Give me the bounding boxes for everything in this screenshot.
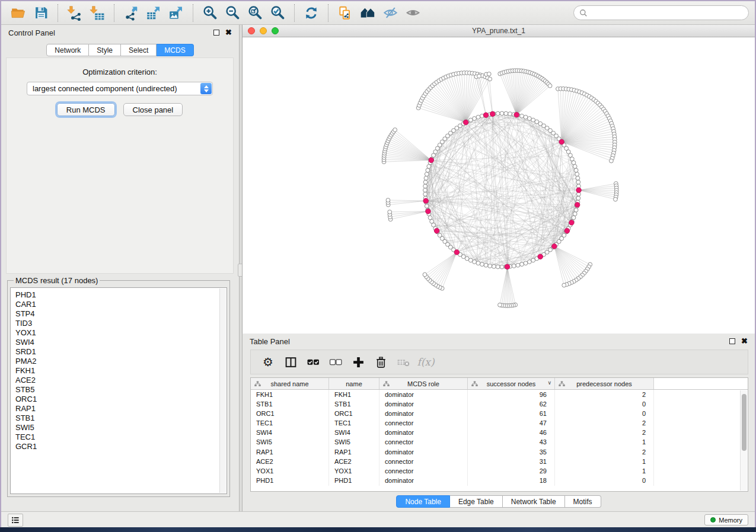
- duplicate-network-button[interactable]: [334, 3, 356, 23]
- table-settings-button[interactable]: ⚙: [257, 352, 279, 372]
- mcds-result-item[interactable]: STP4: [15, 309, 227, 319]
- column-header-successor-nodes[interactable]: successor nodes∨: [468, 378, 555, 389]
- mcds-result-item[interactable]: PMA2: [15, 357, 227, 366]
- mcds-result-item[interactable]: ACE2: [15, 376, 227, 385]
- right-region: YPA_prune.txt_1 Table Panel ✖: [242, 25, 755, 511]
- houses-button[interactable]: [356, 3, 379, 23]
- mcds-result-item[interactable]: ORC1: [15, 395, 227, 404]
- tab-mcds[interactable]: MCDS: [157, 44, 193, 56]
- trash-icon: [375, 356, 387, 368]
- delete-column-button[interactable]: [369, 352, 392, 372]
- tab-edge-table[interactable]: Edge Table: [450, 495, 503, 508]
- show-panels-button[interactable]: [8, 514, 23, 527]
- table-cell: 46: [468, 428, 555, 438]
- zoom-selected-button[interactable]: [266, 3, 289, 23]
- mcds-result-list[interactable]: PHD1CAR1STP4TID3YOX1SWI4SRD1PMA2FKH1ACE2…: [10, 287, 227, 494]
- toolbar-separator: [193, 4, 193, 22]
- table-row[interactable]: TEC1TEC1connector472: [251, 419, 748, 428]
- table-cell: 2: [555, 428, 654, 438]
- search-input[interactable]: [591, 9, 743, 17]
- table-cell: dominator: [379, 428, 468, 438]
- float-panel-icon[interactable]: [213, 30, 219, 36]
- table-cell: 1: [555, 467, 654, 476]
- mcds-result-item[interactable]: RAP1: [15, 404, 227, 414]
- refresh-button[interactable]: [300, 3, 323, 23]
- network-canvas[interactable]: [243, 37, 755, 334]
- table-row[interactable]: SWI4SWI4dominator462: [251, 428, 748, 438]
- table-row[interactable]: YOX1YOX1connector291: [251, 467, 748, 476]
- close-panel-button[interactable]: Close panel: [123, 103, 183, 116]
- add-column-button[interactable]: [347, 352, 369, 372]
- table-row[interactable]: SWI5SWI5connector431: [251, 438, 748, 447]
- column-header-mcds-role[interactable]: MCDS role: [379, 378, 468, 389]
- network-graph[interactable]: [243, 37, 755, 334]
- mcds-result-item[interactable]: SWI4: [15, 338, 227, 347]
- table-row[interactable]: PHD1PHD1dominator180: [251, 476, 748, 486]
- select-all-button[interactable]: [302, 352, 324, 372]
- open-file-button[interactable]: [7, 3, 30, 23]
- tab-network[interactable]: Network: [46, 44, 89, 56]
- mcds-result-item[interactable]: CAR1: [15, 300, 227, 309]
- hide-selected-button[interactable]: [379, 3, 401, 23]
- network-view-window: YPA_prune.txt_1: [242, 25, 755, 334]
- duplicate-network-icon: [337, 5, 353, 21]
- toolbar-separator: [328, 4, 328, 22]
- float-panel-icon[interactable]: [729, 338, 735, 344]
- mcds-result-item[interactable]: STB1: [15, 414, 227, 423]
- mcds-result-item[interactable]: PHD1: [15, 290, 227, 300]
- import-table-icon: [90, 5, 105, 21]
- zoom-fit-icon: [247, 5, 263, 21]
- mcds-result-item[interactable]: TEC1: [15, 432, 227, 442]
- memory-button[interactable]: Memory: [704, 514, 748, 525]
- column-header-shared-name[interactable]: shared name: [251, 378, 329, 389]
- close-panel-icon[interactable]: ✖: [225, 30, 232, 36]
- import-table-button[interactable]: [86, 3, 109, 23]
- application-window: Control Panel ✖ NetworkStyleSelectMCDS O…: [1, 1, 755, 528]
- function-icon: f(x): [417, 356, 434, 368]
- tab-node-table[interactable]: Node Table: [396, 495, 450, 508]
- table-row[interactable]: STB1STB1dominator620: [251, 399, 748, 409]
- save-button[interactable]: [30, 3, 52, 23]
- zoom-in-button[interactable]: [199, 3, 221, 23]
- table-scrollbar[interactable]: [740, 390, 747, 491]
- tab-motifs[interactable]: Motifs: [565, 495, 601, 508]
- tab-style[interactable]: Style: [89, 44, 121, 56]
- deselect-all-button[interactable]: [324, 352, 347, 372]
- table-scrollbar-thumb[interactable]: [742, 394, 747, 451]
- search-field[interactable]: [573, 5, 749, 20]
- export-table-button[interactable]: [142, 3, 165, 23]
- close-panel-icon[interactable]: ✖: [741, 338, 748, 344]
- mcds-result-item[interactable]: SWI5: [15, 423, 227, 432]
- column-header-predecessor-nodes[interactable]: predecessor nodes: [555, 378, 654, 389]
- mcds-result-item[interactable]: FKH1: [15, 366, 227, 376]
- export-network-button[interactable]: [120, 3, 142, 23]
- import-network-icon: [67, 5, 82, 21]
- table-row[interactable]: RAP1RAP1dominator352: [251, 447, 748, 457]
- eye-icon: [405, 5, 421, 21]
- table-row[interactable]: ORC1ORC1dominator610: [251, 409, 748, 418]
- mcds-result-item[interactable]: YOX1: [15, 328, 227, 338]
- mcds-list-scrollbar[interactable]: [219, 289, 226, 493]
- show-all-button: [401, 3, 424, 23]
- zoom-out-button[interactable]: [221, 3, 244, 23]
- column-header-name[interactable]: name: [329, 378, 379, 389]
- mcds-result-item[interactable]: STB5: [15, 385, 227, 395]
- table-row[interactable]: ACE2ACE2connector311: [251, 457, 748, 466]
- split-columns-button[interactable]: [279, 352, 302, 372]
- zoom-out-icon: [225, 5, 241, 21]
- table-cell: YOX1: [329, 467, 379, 476]
- network-window-titlebar[interactable]: YPA_prune.txt_1: [243, 25, 755, 37]
- tab-select[interactable]: Select: [121, 44, 157, 56]
- mcds-result-item[interactable]: GCR1: [15, 442, 227, 451]
- table-cell: 18: [468, 476, 555, 486]
- export-image-button[interactable]: [165, 3, 187, 23]
- tab-network-table[interactable]: Network Table: [503, 495, 565, 508]
- mcds-result-item[interactable]: SRD1: [15, 347, 227, 357]
- zoom-fit-button[interactable]: [244, 3, 266, 23]
- criterion-dropdown[interactable]: largest connected component (undirected): [27, 82, 213, 95]
- run-mcds-button[interactable]: Run MCDS: [57, 103, 115, 116]
- mcds-result-group: MCDS result (17 nodes) PHD1CAR1STP4TID3Y…: [7, 276, 230, 497]
- table-row[interactable]: FKH1FKH1dominator962: [251, 390, 748, 399]
- mcds-result-item[interactable]: TID3: [15, 319, 227, 328]
- import-network-button[interactable]: [63, 3, 86, 23]
